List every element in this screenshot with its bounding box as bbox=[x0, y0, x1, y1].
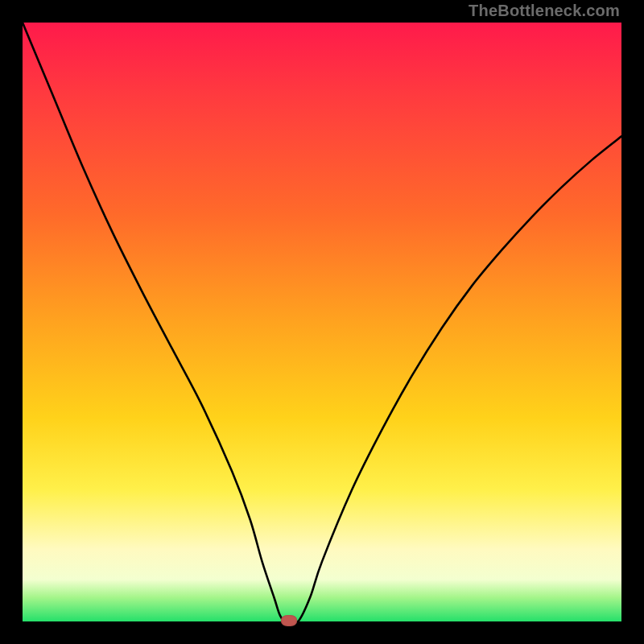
bottleneck-curve bbox=[23, 23, 621, 621]
curve-path bbox=[23, 23, 621, 621]
watermark-text: TheBottleneck.com bbox=[469, 2, 620, 20]
optimal-marker bbox=[281, 615, 297, 626]
chart-frame: TheBottleneck.com bbox=[0, 0, 644, 644]
plot-area bbox=[23, 23, 621, 621]
